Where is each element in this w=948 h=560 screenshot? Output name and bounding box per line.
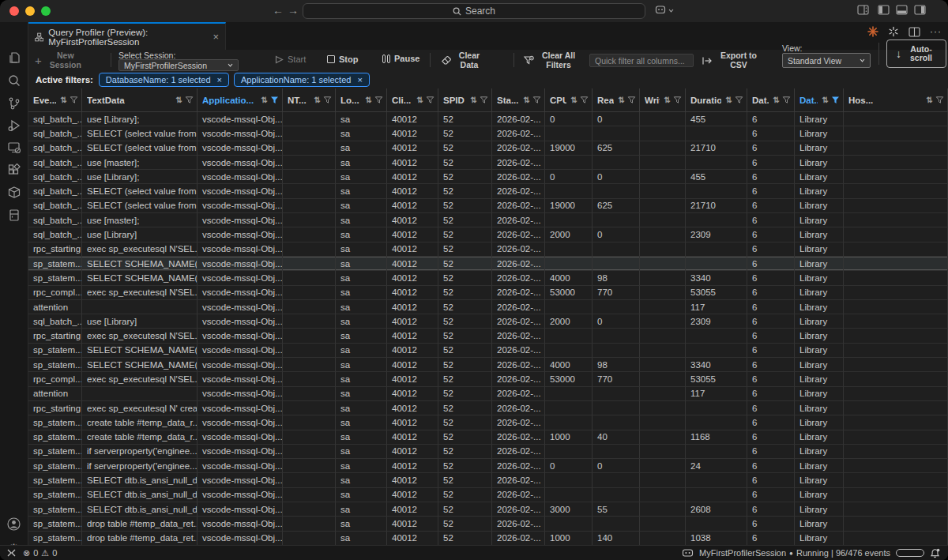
table-row[interactable]: sp_statem...SELECT SCHEMA_NAME(t...vscod… bbox=[28, 344, 948, 358]
column-header[interactable]: Sta...⇅ bbox=[492, 88, 545, 112]
notifications-bell-icon[interactable] bbox=[930, 548, 940, 558]
export-csv-button[interactable]: Export to CSV bbox=[702, 51, 761, 70]
filter-icon[interactable] bbox=[270, 96, 279, 104]
column-header[interactable]: CPU⇅ bbox=[545, 88, 592, 112]
column-header[interactable]: Eve...⇅ bbox=[28, 88, 82, 112]
table-row[interactable]: sql_batch_...use [master];vscode-mssql-O… bbox=[28, 156, 948, 170]
ai-swirl-icon[interactable] bbox=[888, 26, 899, 37]
extensions-icon[interactable] bbox=[5, 161, 24, 180]
quick-filter-input[interactable] bbox=[589, 54, 694, 67]
sort-icon[interactable]: ⇅ bbox=[619, 96, 625, 104]
sort-icon[interactable]: ⇅ bbox=[314, 96, 321, 104]
search-sidebar-icon[interactable] bbox=[5, 71, 24, 90]
sort-icon[interactable]: ⇅ bbox=[471, 96, 477, 104]
zoom-window-button[interactable] bbox=[41, 6, 51, 16]
filter-icon[interactable] bbox=[935, 96, 944, 104]
remove-filter-icon[interactable]: × bbox=[357, 75, 362, 85]
close-window-button[interactable] bbox=[9, 6, 19, 16]
table-row[interactable]: sql_batch_...SELECT (select value from .… bbox=[28, 199, 948, 213]
containers-icon[interactable] bbox=[5, 183, 24, 202]
filter-chip[interactable]: DatabaseName: 1 selected× bbox=[99, 73, 229, 87]
filter-icon[interactable] bbox=[627, 96, 636, 104]
column-header[interactable]: Rea...⇅ bbox=[592, 88, 640, 112]
remote-explorer-icon[interactable] bbox=[5, 138, 24, 157]
explorer-icon[interactable] bbox=[5, 49, 24, 68]
customize-layout-icon[interactable] bbox=[857, 5, 869, 15]
sort-icon[interactable]: ⇅ bbox=[176, 96, 182, 104]
copilot-menu-icon[interactable] bbox=[655, 5, 674, 16]
sort-icon[interactable]: ⇅ bbox=[366, 96, 372, 104]
account-icon[interactable] bbox=[5, 514, 24, 533]
filter-icon[interactable] bbox=[673, 96, 682, 104]
more-actions-icon[interactable]: ··· bbox=[930, 26, 942, 37]
table-row[interactable]: sp_statem...if serverproperty('enginee..… bbox=[28, 445, 948, 459]
column-header[interactable]: Duration⇅ bbox=[686, 88, 747, 112]
start-button[interactable]: Start bbox=[275, 54, 306, 64]
sort-icon[interactable]: ⇅ bbox=[726, 96, 732, 104]
column-header[interactable]: TextData⇅ bbox=[82, 88, 198, 112]
forward-icon[interactable]: → bbox=[288, 4, 299, 17]
auto-scroll-button[interactable]: ↓ Auto-scroll bbox=[886, 39, 946, 68]
clear-data-button[interactable]: Clear Data bbox=[441, 51, 483, 70]
extension-starburst-icon[interactable] bbox=[867, 26, 878, 37]
column-header[interactable]: Applicatio...⇅ bbox=[198, 88, 283, 112]
table-row[interactable]: sql_batch_...use [Library]vscode-mssql-O… bbox=[28, 314, 948, 329]
table-row[interactable]: sql_batch_...SELECT (select value from .… bbox=[28, 126, 948, 141]
toggle-panel-icon[interactable] bbox=[896, 5, 908, 15]
table-row[interactable]: sp_statem...SELECT SCHEMA_NAME(t...vscod… bbox=[28, 257, 948, 271]
table-row[interactable]: sp_statem...SELECT dtb.is_ansi_null_d...… bbox=[28, 473, 948, 487]
filter-icon[interactable] bbox=[580, 96, 589, 104]
table-row[interactable]: sql_batch_...use [Library];vscode-mssql-… bbox=[28, 112, 948, 126]
table-row[interactable]: attentionvscode-mssql-Obj...sa4001252202… bbox=[28, 387, 948, 401]
clear-all-filters-button[interactable]: Clear All Filters bbox=[523, 51, 579, 70]
table-row[interactable]: sql_batch_...use [Library]vscode-mssql-O… bbox=[28, 227, 948, 242]
column-header[interactable]: Dat...⇅ bbox=[747, 88, 795, 112]
sort-icon[interactable]: ⇅ bbox=[664, 96, 671, 104]
sort-icon[interactable]: ⇅ bbox=[927, 96, 933, 104]
filter-icon[interactable] bbox=[70, 96, 78, 104]
filter-icon[interactable] bbox=[323, 96, 332, 104]
back-icon[interactable]: ← bbox=[273, 4, 284, 17]
filter-icon[interactable] bbox=[532, 96, 541, 104]
column-header[interactable]: Hos...⇅ bbox=[844, 88, 948, 112]
run-debug-icon[interactable] bbox=[5, 116, 24, 135]
filter-icon[interactable] bbox=[480, 96, 488, 104]
toggle-secondary-sidebar-icon[interactable] bbox=[914, 5, 926, 15]
table-row[interactable]: sp_statem...drop table #temp_data_ret...… bbox=[28, 517, 948, 531]
view-dropdown[interactable]: Standard View bbox=[782, 53, 871, 68]
pause-button[interactable]: Pause bbox=[382, 54, 419, 63]
sort-icon[interactable]: ⇅ bbox=[61, 96, 67, 104]
filter-icon[interactable] bbox=[426, 96, 434, 104]
table-row[interactable]: rpc_compl...exec sp_executesql N'SEL...v… bbox=[28, 286, 948, 300]
remote-indicator-icon[interactable] bbox=[6, 548, 17, 558]
sort-icon[interactable]: ⇅ bbox=[261, 96, 268, 104]
filter-icon[interactable] bbox=[735, 96, 743, 104]
tab-close-icon[interactable]: × bbox=[213, 31, 219, 43]
table-row[interactable]: sp_statem...drop table #temp_data_ret...… bbox=[28, 532, 948, 545]
table-row[interactable]: sql_batch_...SELECT (select value from .… bbox=[28, 184, 948, 198]
select-session-dropdown[interactable]: MyFirstProfilerSession bbox=[118, 59, 239, 71]
sort-icon[interactable]: ⇅ bbox=[571, 96, 577, 104]
split-editor-icon[interactable] bbox=[908, 27, 920, 37]
table-row[interactable]: attentionvscode-mssql-Obj...sa4001252202… bbox=[28, 300, 948, 314]
table-row[interactable]: sql_batch_...SELECT (select value from .… bbox=[28, 141, 948, 156]
problems-status[interactable]: ⊗ 0 ⚠ 0 bbox=[23, 548, 57, 558]
filter-icon[interactable] bbox=[831, 96, 840, 104]
table-row[interactable]: sp_statem...create table #temp_data_r...… bbox=[28, 430, 948, 445]
filter-icon[interactable] bbox=[374, 96, 383, 104]
minimize-window-button[interactable] bbox=[25, 6, 35, 16]
table-row[interactable]: sql_batch_...use [master];vscode-mssql-O… bbox=[28, 213, 948, 227]
stop-button[interactable]: Stop bbox=[327, 54, 358, 64]
table-row[interactable]: sp_statem...create table #temp_data_r...… bbox=[28, 415, 948, 430]
profiler-session-status[interactable]: MyFirstProfilerSession ● Running | 96/47… bbox=[699, 548, 890, 558]
table-row[interactable]: sp_statem...SELECT dtb.is_ansi_null_d...… bbox=[28, 488, 948, 502]
remove-filter-icon[interactable]: × bbox=[217, 75, 222, 85]
column-header[interactable]: Dat...⇅ bbox=[795, 88, 844, 112]
command-center-search[interactable]: Search bbox=[303, 3, 645, 19]
sort-icon[interactable]: ⇅ bbox=[524, 96, 530, 104]
database-icon[interactable] bbox=[5, 206, 24, 225]
column-header[interactable]: Writ...⇅ bbox=[640, 88, 686, 112]
table-row[interactable]: rpc_startingexec sp_executesql N'SEL...v… bbox=[28, 329, 948, 343]
toggle-primary-sidebar-icon[interactable] bbox=[878, 5, 890, 15]
table-row[interactable]: sp_statem...SELECT SCHEMA_NAME(t...vscod… bbox=[28, 358, 948, 372]
